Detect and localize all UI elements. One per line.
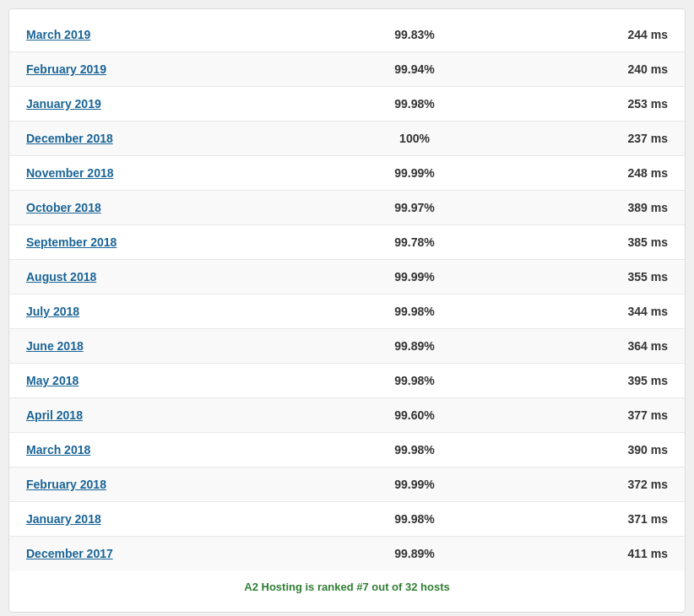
response-time-value: 395 ms xyxy=(516,364,685,398)
month-link[interactable]: October 2018 xyxy=(26,201,101,214)
month-link[interactable]: January 2019 xyxy=(26,97,101,111)
response-time-value: 344 ms xyxy=(516,294,685,329)
month-link[interactable]: February 2019 xyxy=(26,62,106,76)
uptime-value: 99.99% xyxy=(313,156,516,191)
table-row: November 201899.99%248 ms xyxy=(9,156,685,191)
table-row: August 201899.99%355 ms xyxy=(9,260,685,294)
table-row: February 201999.94%240 ms xyxy=(9,52,685,87)
uptime-value: 99.99% xyxy=(313,467,516,502)
month-link[interactable]: September 2018 xyxy=(26,235,117,249)
table-row: February 201899.99%372 ms xyxy=(9,467,685,502)
response-time-value: 377 ms xyxy=(516,398,685,433)
table-row: March 201999.83%244 ms xyxy=(9,18,685,52)
uptime-value: 99.97% xyxy=(313,191,516,225)
month-link[interactable]: January 2018 xyxy=(26,512,101,526)
table-row: June 201899.89%364 ms xyxy=(9,329,685,364)
uptime-value: 99.98% xyxy=(313,364,516,398)
uptime-value: 99.99% xyxy=(313,260,516,294)
uptime-value: 99.89% xyxy=(313,537,516,571)
uptime-value: 99.78% xyxy=(313,225,516,260)
uptime-value: 99.98% xyxy=(313,502,516,537)
uptime-value: 99.98% xyxy=(313,87,516,122)
table-row: January 201999.98%253 ms xyxy=(9,87,685,122)
response-time-value: 385 ms xyxy=(516,225,685,260)
table-row: March 201899.98%390 ms xyxy=(9,433,685,467)
response-time-value: 390 ms xyxy=(516,433,685,467)
table-row: December 2018100%237 ms xyxy=(9,122,685,156)
table-row: May 201899.98%395 ms xyxy=(9,364,685,398)
uptime-table: March 201999.83%244 msFebruary 201999.94… xyxy=(9,18,685,570)
uptime-value: 99.94% xyxy=(313,52,516,87)
table-row: July 201899.98%344 ms xyxy=(9,294,685,329)
response-time-value: 237 ms xyxy=(516,122,685,156)
month-link[interactable]: March 2019 xyxy=(26,28,90,41)
response-time-value: 371 ms xyxy=(516,502,685,537)
uptime-value: 100% xyxy=(313,122,516,156)
ranking-footer: A2 Hosting is ranked #7 out of 32 hosts xyxy=(9,570,685,603)
response-time-value: 253 ms xyxy=(516,87,685,122)
month-link[interactable]: July 2018 xyxy=(26,305,79,318)
response-time-value: 240 ms xyxy=(516,52,685,87)
response-time-value: 248 ms xyxy=(516,156,685,191)
month-link[interactable]: February 2018 xyxy=(26,478,106,491)
table-row: October 201899.97%389 ms xyxy=(9,191,685,225)
main-container: March 201999.83%244 msFebruary 201999.94… xyxy=(8,8,686,613)
response-time-value: 411 ms xyxy=(516,537,685,571)
month-link[interactable]: August 2018 xyxy=(26,270,96,284)
table-row: January 201899.98%371 ms xyxy=(9,502,685,537)
response-time-value: 364 ms xyxy=(516,329,685,364)
response-time-value: 244 ms xyxy=(516,18,685,52)
uptime-value: 99.60% xyxy=(313,398,516,433)
response-time-value: 355 ms xyxy=(516,260,685,294)
month-link[interactable]: April 2018 xyxy=(26,408,83,422)
table-row: April 201899.60%377 ms xyxy=(9,398,685,433)
month-link[interactable]: March 2018 xyxy=(26,443,90,457)
month-link[interactable]: November 2018 xyxy=(26,166,114,180)
response-time-value: 372 ms xyxy=(516,467,685,502)
uptime-value: 99.83% xyxy=(313,18,516,52)
uptime-value: 99.98% xyxy=(313,433,516,467)
month-link[interactable]: December 2017 xyxy=(26,547,113,560)
table-row: December 201799.89%411 ms xyxy=(9,537,685,571)
response-time-value: 389 ms xyxy=(516,191,685,225)
month-link[interactable]: June 2018 xyxy=(26,339,84,353)
month-link[interactable]: May 2018 xyxy=(26,374,79,387)
uptime-value: 99.98% xyxy=(313,294,516,329)
month-link[interactable]: December 2018 xyxy=(26,132,113,145)
uptime-value: 99.89% xyxy=(313,329,516,364)
table-row: September 201899.78%385 ms xyxy=(9,225,685,260)
